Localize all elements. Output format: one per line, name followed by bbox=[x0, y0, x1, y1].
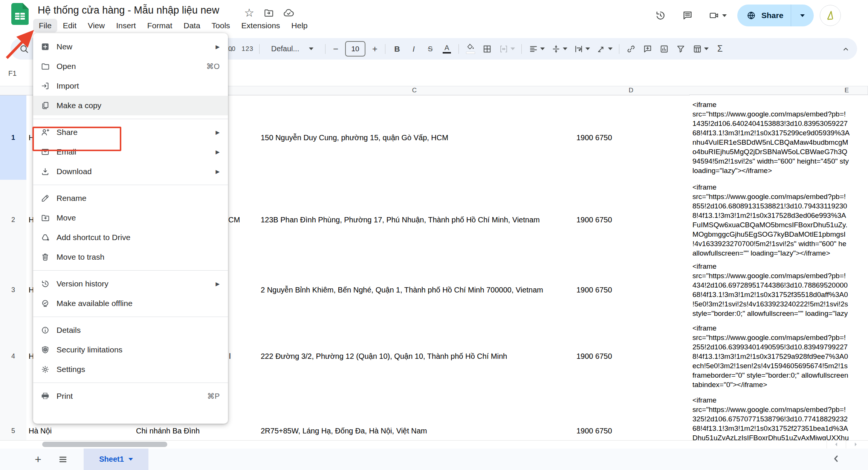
merge-cells-button[interactable] bbox=[496, 41, 518, 57]
sheet-tab-sheet1[interactable]: Sheet1 bbox=[84, 449, 148, 470]
increase-font-size-button[interactable]: + bbox=[368, 41, 381, 57]
menu-item-download[interactable]: Download ▶ bbox=[33, 162, 228, 181]
printer-icon bbox=[41, 392, 50, 401]
functions-button[interactable]: Σ bbox=[712, 41, 728, 57]
menu-item-security-limitations[interactable]: Security limitations bbox=[33, 340, 228, 360]
menu-item-add-shortcut-to-drive[interactable]: Add shortcut to Drive bbox=[33, 228, 228, 247]
bold-button[interactable]: B bbox=[389, 41, 405, 57]
menu-help[interactable]: Help bbox=[286, 19, 313, 32]
cell-c1[interactable]: 150 Nguyễn Duy Cung, phường 15, quận Gò … bbox=[256, 95, 578, 180]
menu-item-make-available-offline[interactable]: Make available offline bbox=[33, 294, 228, 313]
video-call-button[interactable] bbox=[704, 5, 731, 26]
row-header-4[interactable]: 4 bbox=[0, 320, 27, 393]
cell-e1[interactable]: <iframe src="https://www.google.com/maps… bbox=[689, 95, 868, 180]
menu-bar: File Edit View Insert Format Data Tools … bbox=[33, 18, 313, 33]
insert-comment-button[interactable] bbox=[640, 41, 656, 57]
chevron-down-icon bbox=[608, 47, 613, 50]
column-header-c[interactable]: C bbox=[256, 86, 573, 95]
strikethrough-button[interactable]: S bbox=[422, 41, 438, 57]
menu-item-make-a-copy[interactable]: Make a copy bbox=[33, 96, 228, 115]
horizontal-align-button[interactable] bbox=[526, 41, 547, 57]
vertical-align-button[interactable] bbox=[548, 41, 570, 57]
corner-select-all[interactable] bbox=[0, 86, 27, 95]
column-header-e[interactable]: E bbox=[689, 86, 868, 95]
scroll-left-icon[interactable] bbox=[827, 440, 846, 449]
collapse-toolbar-button[interactable] bbox=[841, 44, 851, 54]
google-sheets-window: C D E 1 H 150 Nguyễn Duy Cung, phường 15… bbox=[0, 0, 868, 470]
column-header-d[interactable]: D bbox=[573, 86, 690, 95]
cell-e4[interactable]: <iframe src="https://www.google.com/maps… bbox=[689, 320, 868, 393]
menu-item-move-to-trash[interactable]: Move to trash bbox=[33, 247, 228, 267]
avatar[interactable] bbox=[820, 5, 841, 26]
cell-d1[interactable]: 1900 6750 bbox=[573, 95, 694, 180]
menu-item-rename[interactable]: Rename bbox=[33, 188, 228, 208]
menu-format[interactable]: Format bbox=[142, 19, 178, 32]
insert-link-button[interactable] bbox=[623, 41, 639, 57]
move-folder-icon[interactable] bbox=[263, 8, 274, 18]
insert-chart-button[interactable] bbox=[656, 41, 672, 57]
import-icon bbox=[41, 81, 50, 90]
chevron-down-icon bbox=[800, 14, 805, 17]
document-title[interactable]: Hệ thống cửa hàng - Mẫu nhập liệu new bbox=[38, 5, 219, 16]
text-color-button[interactable]: A bbox=[439, 41, 455, 57]
table-views-button[interactable] bbox=[689, 41, 711, 57]
menu-item-open[interactable]: Open ⌘O bbox=[33, 57, 228, 76]
cell-d2[interactable]: 1900 6750 bbox=[573, 180, 694, 260]
shortcut: ⌘P bbox=[207, 392, 220, 401]
name-box[interactable]: F1 bbox=[8, 69, 17, 78]
number-format-button[interactable]: 123 bbox=[240, 41, 255, 57]
version-history-icon[interactable] bbox=[650, 5, 671, 26]
menu-item-import[interactable]: Import bbox=[33, 76, 228, 96]
menu-item-details[interactable]: Details bbox=[33, 320, 228, 340]
create-filter-button[interactable] bbox=[673, 41, 689, 57]
collapse-side-panel-icon[interactable] bbox=[830, 453, 842, 464]
scroll-right-icon[interactable] bbox=[846, 440, 865, 449]
row-header-3[interactable]: 3 bbox=[0, 260, 27, 320]
cell-e2[interactable]: <iframe src="https://www.google.com/maps… bbox=[689, 180, 868, 260]
submenu-arrow-icon: ▶ bbox=[215, 168, 220, 175]
cell-e3[interactable]: <iframe src="https://www.google.com/maps… bbox=[689, 260, 868, 320]
decrease-font-size-button[interactable]: − bbox=[329, 41, 342, 57]
row-header-2[interactable]: 2 bbox=[0, 180, 27, 260]
font-size-input[interactable]: 10 bbox=[345, 41, 365, 57]
cloud-status-icon[interactable] bbox=[283, 7, 294, 18]
chevron-down-icon bbox=[704, 47, 709, 50]
cell-d4[interactable]: 1900 6750 bbox=[573, 320, 694, 393]
cell-c2[interactable]: 123B Phan Đình Phùng, Phường 17, Phú Nhu… bbox=[256, 180, 578, 260]
font-select[interactable]: Defaul... bbox=[263, 41, 321, 57]
menu-data[interactable]: Data bbox=[178, 19, 206, 32]
cell-e5[interactable]: <iframe src="https://www.google.com/maps… bbox=[689, 393, 868, 440]
move-folder-icon bbox=[41, 213, 50, 222]
menu-item-version-history[interactable]: Version history ▶ bbox=[33, 274, 228, 294]
trash-icon bbox=[41, 253, 50, 262]
add-sheet-button[interactable]: + bbox=[29, 451, 47, 468]
sheets-logo[interactable] bbox=[11, 3, 29, 25]
menu-view[interactable]: View bbox=[82, 19, 110, 32]
cell-d5[interactable]: 1900 6750 bbox=[573, 393, 694, 440]
fill-color-button[interactable] bbox=[463, 41, 478, 57]
row-header-1[interactable]: 1 bbox=[0, 95, 27, 180]
menu-item-settings[interactable]: Settings bbox=[33, 360, 228, 379]
star-icon[interactable]: ☆ bbox=[244, 6, 254, 19]
cell-c4[interactable]: 222 Đường 3/2, Phường 12 (Quận 10), Quận… bbox=[256, 320, 578, 393]
menu-insert[interactable]: Insert bbox=[110, 19, 142, 32]
row-header-5[interactable]: 5 bbox=[0, 393, 27, 440]
cell-c3[interactable]: 2 Nguyễn Bỉnh Khiêm, Bến Nghé, Quận 1, T… bbox=[256, 260, 578, 320]
scrollbar-thumb[interactable] bbox=[42, 442, 167, 447]
italic-button[interactable]: I bbox=[406, 41, 422, 57]
share-button[interactable]: Share bbox=[737, 5, 791, 26]
borders-button[interactable] bbox=[479, 41, 495, 57]
menu-item-move[interactable]: Move bbox=[33, 208, 228, 228]
menu-tools[interactable]: Tools bbox=[206, 19, 236, 32]
menu-edit[interactable]: Edit bbox=[57, 19, 82, 32]
text-rotation-button[interactable] bbox=[593, 41, 615, 57]
all-sheets-menu-icon[interactable] bbox=[54, 451, 72, 468]
cell-d3[interactable]: 1900 6750 bbox=[573, 260, 694, 320]
menu-extensions[interactable]: Extensions bbox=[236, 19, 286, 32]
share-dropdown[interactable] bbox=[791, 5, 814, 26]
cell-c5[interactable]: 2R75+85W, Láng Hạ, Đống Đa, Hà Nội, Việt… bbox=[256, 393, 578, 440]
menu-item-new[interactable]: New ▶ bbox=[33, 37, 228, 57]
comments-icon[interactable] bbox=[677, 5, 698, 26]
text-wrap-button[interactable] bbox=[571, 41, 593, 57]
menu-item-print[interactable]: Print ⌘P bbox=[33, 386, 228, 406]
